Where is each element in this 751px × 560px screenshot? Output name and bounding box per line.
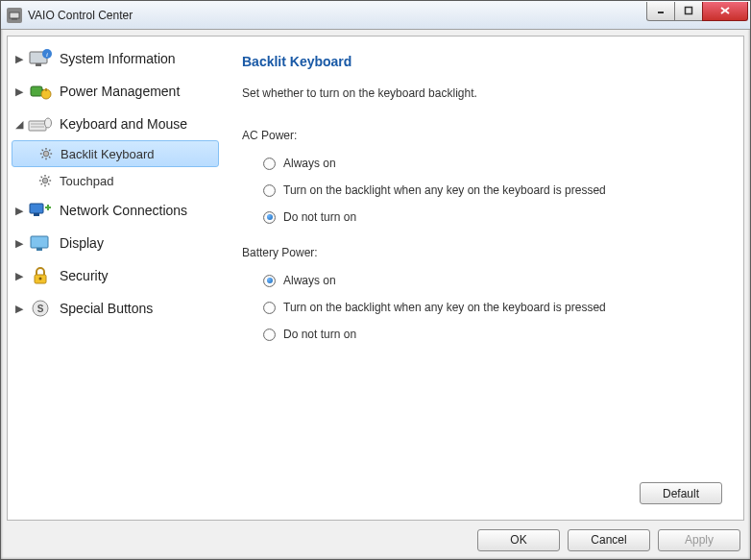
nav-label: Power Management	[60, 84, 180, 99]
svg-point-18	[43, 151, 49, 157]
lock-icon	[27, 264, 54, 287]
nav-item-special-buttons[interactable]: ▶ S Special Buttons	[8, 292, 223, 325]
close-button[interactable]	[702, 2, 748, 21]
group-label-ac: AC Power:	[242, 129, 724, 142]
svg-rect-13	[45, 88, 47, 91]
radio-label: Do not turn on	[283, 210, 356, 224]
radio-batt-on-keypress[interactable]: Turn on the backlight when any key on th…	[263, 297, 724, 318]
svg-line-26	[49, 150, 50, 151]
radio-ac-on-keypress[interactable]: Turn on the backlight when any key on th…	[263, 180, 724, 201]
radio-icon	[263, 329, 276, 341]
svg-line-33	[48, 183, 49, 184]
svg-rect-3	[686, 8, 692, 14]
nav-label: Network Connections	[60, 203, 187, 218]
titlebar[interactable]: VAIO Control Center	[1, 1, 750, 30]
svg-rect-10	[31, 86, 42, 96]
svg-line-35	[48, 177, 49, 178]
system-info-icon: i	[27, 47, 54, 70]
svg-text:i: i	[46, 51, 48, 59]
app-icon	[7, 8, 22, 23]
radio-icon	[263, 211, 276, 224]
nav-item-display[interactable]: ▶ Display	[8, 227, 223, 259]
nav-item-system-information[interactable]: ▶ i System Information	[8, 42, 223, 75]
default-button[interactable]: Default	[640, 482, 722, 504]
nav-label: Display	[60, 235, 104, 251]
nav-subitem-touchpad[interactable]: Touchpad	[8, 167, 223, 194]
svg-point-41	[39, 278, 42, 280]
svg-rect-1	[12, 18, 17, 20]
nav-sublabel: Backlit Keyboard	[61, 147, 155, 161]
svg-line-24	[49, 157, 50, 158]
radio-label: Do not turn on	[283, 328, 356, 341]
gear-icon	[36, 172, 54, 189]
expand-arrow-icon: ▶	[13, 53, 25, 65]
content-heading: Backlit Keyboard	[242, 54, 724, 69]
content-description: Set whether to turn on the keyboard back…	[242, 86, 724, 100]
nav-panel: ▶ i System Information ▶ Power Managemen…	[7, 36, 223, 521]
display-icon	[27, 231, 54, 255]
svg-rect-38	[31, 236, 48, 248]
expand-arrow-icon: ▶	[13, 270, 25, 282]
svg-text:S: S	[37, 304, 44, 314]
special-buttons-icon: S	[27, 297, 54, 320]
svg-rect-37	[34, 213, 39, 216]
svg-line-34	[41, 183, 42, 184]
power-icon	[27, 80, 54, 103]
radio-label: Always on	[283, 157, 336, 170]
radio-ac-do-not-turn-on[interactable]: Do not turn on	[263, 207, 724, 228]
svg-rect-7	[36, 63, 41, 66]
group-label-battery: Battery Power:	[242, 246, 724, 259]
nav-subitem-backlit-keyboard[interactable]: Backlit Keyboard	[12, 140, 219, 167]
svg-point-27	[42, 178, 48, 183]
nav-item-network[interactable]: ▶ Network Connections	[8, 194, 223, 227]
network-icon	[27, 199, 54, 222]
radio-label: Turn on the backlight when any key on th…	[283, 301, 606, 314]
expand-arrow-icon: ▶	[13, 303, 25, 315]
nav-label: Special Buttons	[60, 301, 153, 316]
radio-icon	[263, 158, 276, 170]
svg-rect-36	[30, 204, 43, 213]
expand-arrow-icon: ▶	[13, 85, 25, 98]
app-window: VAIO Control Center ▶ i System Informati…	[0, 0, 751, 560]
nav-item-security[interactable]: ▶ Security	[8, 259, 223, 292]
keyboard-mouse-icon	[27, 112, 54, 135]
svg-rect-39	[36, 248, 42, 251]
radio-icon	[263, 275, 276, 287]
svg-rect-14	[29, 121, 46, 131]
footer: OK Cancel Apply	[1, 521, 750, 559]
nav-sublabel: Touchpad	[60, 174, 113, 188]
radio-batt-do-not-turn-on[interactable]: Do not turn on	[263, 324, 724, 345]
apply-button[interactable]: Apply	[658, 529, 740, 551]
radio-label: Turn on the backlight when any key on th…	[283, 183, 606, 197]
nav-item-keyboard-mouse[interactable]: ◢ Keyboard and Mouse	[8, 108, 223, 140]
nav-item-power-management[interactable]: ▶ Power Management	[8, 75, 223, 108]
gear-icon	[37, 145, 55, 162]
default-row: Default	[242, 478, 724, 510]
svg-line-23	[42, 150, 43, 151]
nav-label: Security	[60, 268, 109, 283]
ok-button[interactable]: OK	[477, 529, 560, 551]
panels: ▶ i System Information ▶ Power Managemen…	[7, 36, 744, 521]
content-panel: Backlit Keyboard Set whether to turn on …	[223, 36, 744, 521]
svg-rect-0	[10, 12, 19, 18]
expand-arrow-icon: ▶	[13, 205, 25, 217]
cancel-button[interactable]: Cancel	[568, 529, 650, 551]
radio-batt-always-on[interactable]: Always on	[263, 270, 724, 291]
radio-icon	[263, 302, 276, 314]
minimize-button[interactable]	[646, 2, 675, 21]
svg-point-17	[45, 118, 52, 128]
nav-label: System Information	[60, 51, 176, 66]
window-title: VAIO Control Center	[28, 9, 647, 22]
radio-ac-always-on[interactable]: Always on	[263, 153, 724, 174]
maximize-button[interactable]	[674, 2, 703, 21]
body: ▶ i System Information ▶ Power Managemen…	[1, 30, 750, 521]
svg-line-25	[42, 157, 43, 158]
svg-line-32	[41, 177, 42, 178]
collapse-arrow-icon: ◢	[13, 118, 25, 131]
radio-label: Always on	[283, 274, 336, 287]
radio-icon	[263, 184, 276, 197]
expand-arrow-icon: ▶	[13, 237, 25, 250]
nav-label: Keyboard and Mouse	[60, 116, 187, 132]
window-buttons	[647, 2, 748, 21]
